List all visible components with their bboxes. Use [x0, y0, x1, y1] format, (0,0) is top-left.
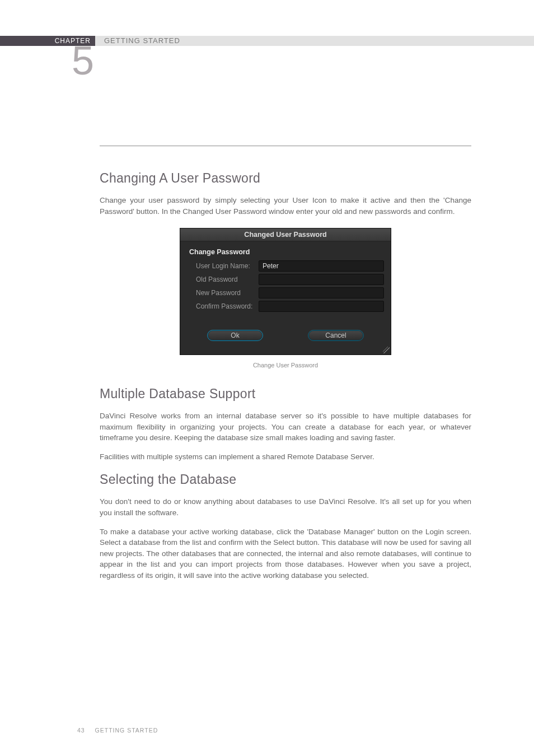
row-confirm-password: Confirm Password: — [187, 301, 384, 312]
heading-change-password: Changing A User Password — [100, 171, 471, 186]
row-new-password: New Password — [187, 287, 384, 298]
paragraph: To make a database your active working d… — [100, 526, 471, 581]
cancel-button[interactable]: Cancel — [308, 330, 364, 341]
dialog-buttons: Ok Cancel — [187, 314, 384, 347]
field-confirm-password[interactable] — [259, 301, 384, 312]
section-selecting-database: Selecting the Database You don't need to… — [100, 472, 471, 581]
page-footer: 43 GETTING STARTED — [77, 727, 158, 734]
dialog-title: Changed User Password — [180, 228, 391, 241]
page-content: Changing A User Password Change your use… — [100, 146, 471, 591]
header-section-name: GETTING STARTED — [104, 36, 180, 46]
dialog-screenshot: Changed User Password Change Password Us… — [180, 228, 391, 355]
heading-multiple-database: Multiple Database Support — [100, 386, 471, 402]
paragraph: You don't need to do or know anything ab… — [100, 496, 471, 518]
divider — [100, 146, 471, 146]
resize-grip-icon[interactable] — [383, 347, 390, 353]
chapter-number: 5 — [72, 40, 94, 81]
dialog-subtitle: Change Password — [189, 248, 384, 256]
running-title: GETTING STARTED — [95, 727, 158, 734]
paragraph: Change your user password by simply sele… — [100, 195, 471, 217]
figure-caption: Change User Password — [100, 362, 471, 368]
section-multiple-database: Multiple Database Support DaVinci Resolv… — [100, 386, 471, 462]
change-password-dialog: Changed User Password Change Password Us… — [180, 228, 391, 355]
row-old-password: Old Password — [187, 274, 384, 285]
paragraph: Facilities with multiple systems can imp… — [100, 451, 471, 463]
label-user-login: User Login Name: — [187, 262, 259, 270]
label-old-password: Old Password — [187, 276, 259, 283]
ok-button[interactable]: Ok — [207, 330, 263, 341]
label-new-password: New Password — [187, 289, 259, 297]
field-old-password[interactable] — [259, 274, 384, 285]
section-change-password: Changing A User Password Change your use… — [100, 171, 471, 368]
label-confirm-password: Confirm Password: — [187, 302, 259, 310]
field-new-password[interactable] — [259, 287, 384, 298]
heading-selecting-database: Selecting the Database — [100, 472, 471, 487]
dialog-body: Change Password User Login Name: Peter O… — [180, 241, 391, 354]
page-number: 43 — [77, 727, 85, 734]
field-user-login[interactable]: Peter — [259, 260, 384, 272]
paragraph: DaVinci Resolve works from an internal d… — [100, 410, 471, 444]
row-user-login: User Login Name: Peter — [187, 260, 384, 272]
